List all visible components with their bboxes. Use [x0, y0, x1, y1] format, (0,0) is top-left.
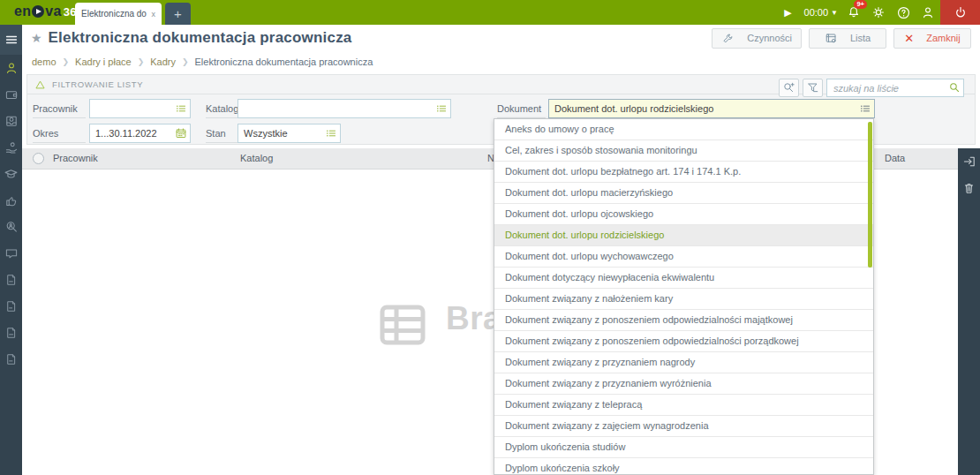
- document-icon: [4, 326, 18, 340]
- plus-icon: +: [174, 6, 182, 21]
- column-data[interactable]: Data: [885, 153, 905, 163]
- filter-funnel-button[interactable]: [803, 79, 823, 97]
- document-icon: [4, 299, 18, 313]
- czynnosci-label: Czynności: [747, 33, 792, 43]
- notifications-button[interactable]: 9+: [841, 0, 866, 25]
- dropdown-item[interactable]: Dyplom ukończenia studiów: [494, 437, 873, 458]
- chat-icon: [4, 246, 19, 260]
- user-account-button[interactable]: [916, 0, 940, 25]
- sidebar-item-portfel[interactable]: [0, 81, 22, 108]
- column-pracownik[interactable]: Pracownik: [53, 153, 98, 163]
- close-icon: ✕: [904, 32, 914, 45]
- enova365-logo: enva365: [14, 4, 83, 19]
- dropdown-item[interactable]: Aneks do umowy o pracę: [494, 119, 873, 140]
- dropdown-item-selected[interactable]: Dokument dot. urlopu rodzicielskiego: [494, 225, 873, 246]
- sidebar-item-szkolenia[interactable]: [0, 161, 22, 187]
- delete-button[interactable]: [958, 175, 980, 201]
- dropdown-item[interactable]: Cel, zakres i sposób stosowania monitori…: [494, 140, 873, 162]
- select-all-checkbox[interactable]: [33, 153, 44, 164]
- inbox-coin-icon: [4, 114, 19, 128]
- sidebar-item-deklaracje-4[interactable]: [0, 346, 22, 373]
- logout-button[interactable]: [940, 0, 980, 25]
- sidebar-item-deklaracje-2[interactable]: [0, 293, 22, 320]
- sidebar-item-rekrutacja[interactable]: [0, 214, 22, 240]
- favorite-star-icon[interactable]: ★: [31, 31, 42, 45]
- list-select-icon[interactable]: [175, 102, 187, 115]
- dropdown-item[interactable]: Dokument związany z ponoszeniem odpowied…: [494, 310, 873, 331]
- column-katalog[interactable]: Katalog: [240, 153, 273, 163]
- advanced-search-button[interactable]: [779, 79, 799, 97]
- gear-icon: [871, 5, 886, 19]
- list-select-icon[interactable]: [859, 102, 871, 115]
- logo-text: va: [45, 4, 61, 19]
- document-icon: [4, 352, 18, 366]
- dropdown-item[interactable]: Dokument związany z nałożeniem kary: [494, 289, 873, 310]
- chevron-right-icon: ❯: [182, 57, 189, 66]
- wallet-icon: [4, 87, 19, 102]
- dropdown-item[interactable]: Dokument związany z zajęciem wynagrodzen…: [494, 416, 873, 437]
- breadcrumb-link-kadry[interactable]: Kadry: [150, 57, 176, 67]
- dropdown-item[interactable]: Dokument związany z przyznaniem nagrody: [494, 352, 873, 373]
- chevron-right-icon: ❯: [63, 57, 70, 66]
- okres-field: [89, 124, 191, 143]
- open-tab[interactable]: Elektroniczna dokum... x: [75, 3, 162, 25]
- list-settings-icon: [825, 32, 838, 45]
- zamknij-label: Zamknij: [926, 33, 961, 43]
- breadcrumb-link-demo[interactable]: demo: [32, 57, 57, 67]
- search-input[interactable]: [826, 79, 964, 97]
- dropdown-scrollbar[interactable]: [868, 122, 872, 268]
- sidebar-item-wyplaty[interactable]: [0, 134, 22, 161]
- export-icon: [962, 155, 976, 169]
- sidebar-item-wplaty[interactable]: [0, 108, 22, 134]
- search-icon[interactable]: [948, 81, 961, 97]
- stan-field: [237, 124, 341, 143]
- sidebar-item-kadry[interactable]: [0, 55, 22, 81]
- thumbs-up-icon: [4, 193, 19, 207]
- dropdown-item[interactable]: Dokument związany z przyznaniem wyróżnie…: [494, 373, 873, 395]
- work-timer[interactable]: 00:00 ▼: [801, 7, 841, 18]
- funnel-icon: [806, 81, 819, 94]
- dropdown-item[interactable]: Dokument związany z telepracą: [494, 395, 873, 416]
- dropdown-item[interactable]: Dokument dot. urlopu bezpłatnego art. 17…: [494, 162, 873, 183]
- dropdown-item[interactable]: Dokument związany z ponoszeniem odpowied…: [494, 331, 873, 352]
- settings-button[interactable]: [866, 0, 891, 25]
- new-tab-button[interactable]: +: [165, 3, 191, 25]
- timer-value: 00:00: [804, 7, 829, 18]
- sidebar-item-oceny[interactable]: [0, 187, 22, 214]
- user-icon: [921, 5, 935, 19]
- lista-label: Lista: [850, 33, 871, 43]
- play-button[interactable]: ▶: [776, 0, 801, 25]
- dropdown-item[interactable]: Dokument dotyczący niewypłacenia ekwiwal…: [494, 268, 873, 289]
- help-button[interactable]: [891, 0, 916, 25]
- dropdown-item[interactable]: Dyplom ukończenia szkoły: [494, 458, 873, 475]
- page-title: Elektroniczna dokumentacja pracownicza: [49, 29, 352, 47]
- zamknij-button[interactable]: ✕ Zamknij: [893, 28, 971, 49]
- title-bar: ★ Elektroniczna dokumentacja pracownicza…: [22, 25, 980, 51]
- hand-coin-icon: [4, 140, 19, 155]
- dokument-input[interactable]: [548, 99, 875, 118]
- tab-close-icon[interactable]: x: [152, 10, 156, 19]
- calendar-icon[interactable]: [175, 127, 187, 139]
- main-menu-button[interactable]: [0, 25, 22, 55]
- breadcrumb-link-kadry-i-place[interactable]: Kadry i płace: [75, 57, 132, 67]
- dokument-field: [548, 99, 875, 118]
- lista-button[interactable]: Lista: [809, 28, 886, 49]
- graduation-cap-icon: [4, 167, 19, 182]
- sidebar-item-deklaracje-3[interactable]: [0, 320, 22, 346]
- empty-table-icon: [380, 305, 426, 345]
- menu-icon: [4, 34, 19, 46]
- dropdown-item[interactable]: Dokument dot. urlopu macierzyńskiego: [494, 183, 873, 204]
- document-icon: [4, 273, 18, 287]
- dropdown-item[interactable]: Dokument dot. urlopu ojcowskiego: [494, 204, 873, 225]
- list-select-icon[interactable]: [325, 127, 337, 139]
- stan-label: Stan: [206, 124, 241, 143]
- dropdown-item[interactable]: Dokument dot. urlopu wychowawczego: [494, 246, 873, 268]
- katalog-input[interactable]: [237, 99, 451, 118]
- open-record-button[interactable]: [958, 148, 980, 175]
- list-select-icon[interactable]: [435, 102, 448, 115]
- czynnosci-button[interactable]: Czynności: [712, 28, 802, 49]
- breadcrumb-current: Elektroniczna dokumentacja pracownicza: [195, 57, 373, 67]
- sidebar-item-komunikaty[interactable]: [0, 240, 22, 267]
- sidebar-item-deklaracje-1[interactable]: [0, 267, 22, 293]
- list-search: [826, 79, 964, 97]
